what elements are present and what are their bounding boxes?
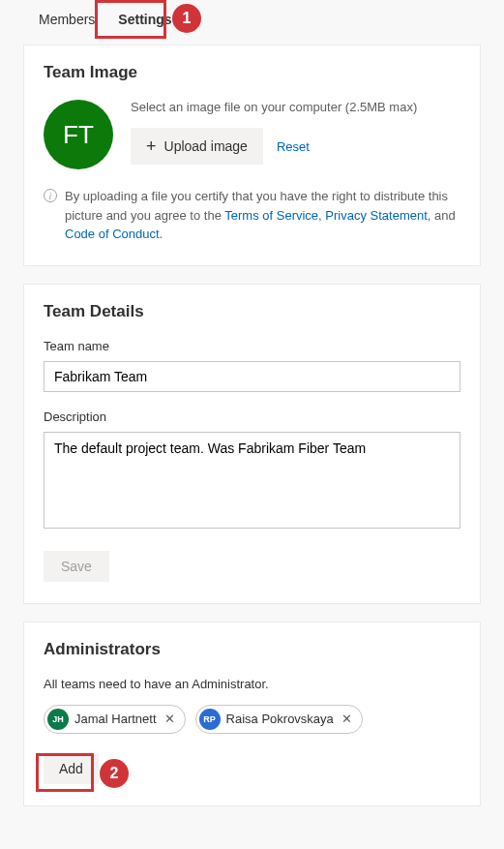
upload-disclaimer: By uploading a file you certify that you… xyxy=(65,187,460,244)
description-textarea[interactable] xyxy=(44,432,460,529)
chip-avatar: RP xyxy=(199,709,221,730)
tab-members[interactable]: Members xyxy=(27,4,106,35)
team-image-heading: Team Image xyxy=(44,63,460,82)
add-administrator-button[interactable]: Add xyxy=(44,753,99,784)
tos-link[interactable]: Terms of Service xyxy=(224,208,318,223)
administrator-chip: RPRaisa Pokrovskaya✕ xyxy=(195,705,363,734)
administrator-chips: JHJamal Hartnett✕RPRaisa Pokrovskaya✕ xyxy=(44,705,460,734)
privacy-link[interactable]: Privacy Statement xyxy=(325,208,428,223)
coc-link[interactable]: Code of Conduct xyxy=(65,227,160,241)
upload-hint: Select an image file on your computer (2… xyxy=(131,100,460,114)
team-details-card: Team Details Team name Description Save xyxy=(23,284,481,604)
reset-link[interactable]: Reset xyxy=(277,139,310,154)
tab-bar: Members Settings 1 xyxy=(8,0,496,35)
chip-avatar: JH xyxy=(47,709,69,730)
administrator-chip: JHJamal Hartnett✕ xyxy=(44,705,186,734)
tab-settings[interactable]: Settings xyxy=(106,4,183,35)
team-name-label: Team name xyxy=(44,339,460,353)
chip-remove-icon[interactable]: ✕ xyxy=(340,712,354,726)
save-button[interactable]: Save xyxy=(44,551,109,582)
upload-image-label: Upload image xyxy=(164,138,248,154)
chip-name: Jamal Hartnett xyxy=(74,712,157,726)
chip-name: Raisa Pokrovskaya xyxy=(226,712,334,726)
upload-image-button[interactable]: + Upload image xyxy=(131,128,263,165)
administrators-heading: Administrators xyxy=(44,640,460,659)
plus-icon: + xyxy=(146,137,157,155)
team-image-card: Team Image FT Select an image file on yo… xyxy=(23,45,481,266)
administrators-desc: All teams need to have an Administrator. xyxy=(44,677,460,691)
administrators-card: Administrators All teams need to have an… xyxy=(23,622,481,806)
info-icon: i xyxy=(44,189,57,202)
annotation-badge-2: 2 xyxy=(100,759,129,788)
description-label: Description xyxy=(44,409,460,424)
team-avatar: FT xyxy=(44,100,113,169)
team-name-input[interactable] xyxy=(44,361,460,392)
chip-remove-icon[interactable]: ✕ xyxy=(163,712,177,726)
team-details-heading: Team Details xyxy=(44,302,460,321)
